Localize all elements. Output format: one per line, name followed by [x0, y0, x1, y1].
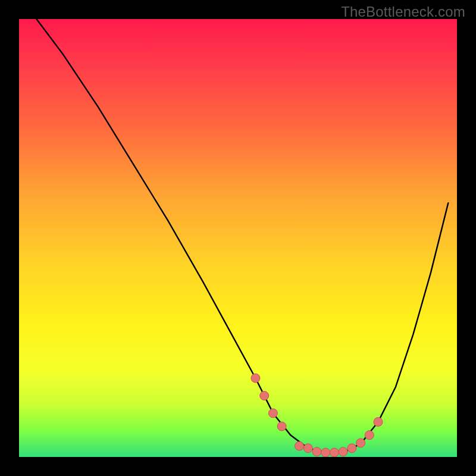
- highlight-point: [260, 392, 269, 400]
- highlight-point: [312, 447, 321, 456]
- chart-frame: TheBottleneck.com: [0, 0, 476, 476]
- highlight-point: [365, 431, 374, 440]
- highlight-point: [303, 444, 312, 453]
- highlight-point: [339, 447, 347, 456]
- chart-plot-area: [19, 19, 457, 457]
- highlight-point: [295, 441, 304, 450]
- highlight-point: [268, 409, 277, 418]
- highlight-point: [277, 422, 286, 431]
- chart-svg: [19, 19, 457, 457]
- highlight-point: [356, 439, 365, 447]
- highlight-point: [347, 444, 356, 453]
- highlight-point: [321, 448, 330, 457]
- watermark-label: TheBottleneck.com: [341, 4, 465, 20]
- bottleneck-curve: [36, 19, 448, 453]
- highlight-point: [374, 418, 383, 427]
- highlight-point: [251, 374, 260, 383]
- highlight-point: [330, 448, 339, 457]
